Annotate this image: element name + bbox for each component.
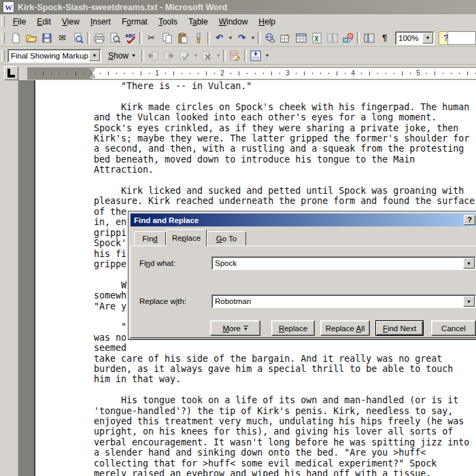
redo-icon[interactable]: ↷ [234, 31, 250, 46]
display-for-review-value: Final Showing Markup [11, 52, 88, 60]
find-what-dropdown-icon[interactable]: ▼ [463, 258, 475, 269]
print-preview-icon[interactable] [107, 31, 122, 46]
next-change-icon[interactable] [161, 48, 177, 63]
new-document-icon[interactable] [7, 31, 23, 46]
show-menu-dropdown-icon: ▼ [131, 53, 136, 58]
reject-change-icon[interactable] [199, 48, 215, 63]
search-icon[interactable] [70, 31, 86, 46]
format-painter-icon[interactable] [190, 31, 206, 46]
menu-tools[interactable]: Tools [153, 15, 183, 29]
save-icon[interactable] [39, 31, 54, 46]
ruler-number: 1 [153, 69, 161, 78]
reject-change-dropdown-icon[interactable]: ▼ [215, 48, 222, 63]
reviewing-toolbar-grip[interactable] [1, 50, 5, 61]
find-and-replace-dialog: Find and Replace ? Find Replace Go To Fi… [128, 211, 476, 340]
reviewing-pane-dropdown-icon[interactable]: ▼ [264, 48, 271, 63]
paste-icon[interactable] [175, 31, 190, 46]
horizontal-ruler[interactable]: 1 2 3 4 5 [27, 67, 476, 80]
first-line-indent-marker[interactable] [88, 68, 95, 72]
display-for-review-dropdown-icon[interactable]: ▼ [89, 50, 100, 61]
menu-bar: File Edit View Insert Format Tools Table… [0, 14, 476, 29]
toolbar-separator [87, 32, 90, 44]
word-window: W Kirk-Spock-Slash-sweetdreams.txt - Mic… [0, 0, 476, 476]
menu-insert[interactable]: Insert [85, 15, 116, 29]
undo-icon[interactable]: ↶ [211, 31, 227, 46]
menu-help[interactable]: Help [253, 15, 281, 29]
document-map-icon[interactable] [361, 31, 377, 46]
toolbar-separator [141, 50, 144, 62]
standard-toolbar-grip[interactable] [1, 33, 5, 44]
insert-excel-worksheet-icon[interactable]: X [309, 31, 324, 46]
dialog-help-button[interactable]: ? [464, 215, 475, 225]
accept-change-dropdown-icon[interactable]: ▼ [192, 48, 199, 63]
email-icon[interactable]: ✉ [54, 31, 70, 46]
menu-edit[interactable]: Edit [31, 15, 56, 29]
display-for-review-combobox[interactable]: Final Showing Markup ▼ [7, 49, 101, 63]
standard-toolbar: ✉ ABC ✂ ↶ ▼ ↷ ▼ X ¶ 100% ▼ ? ▼ [0, 29, 476, 47]
word-app-icon[interactable]: W [3, 1, 14, 13]
svg-text:X: X [314, 35, 319, 43]
replace-button[interactable]: Replace [271, 320, 315, 336]
menu-file[interactable]: File [7, 15, 31, 29]
zoom-value: 100% [398, 34, 418, 42]
zoom-dropdown-icon[interactable]: ▼ [422, 33, 433, 44]
left-gutter [0, 80, 18, 476]
accept-change-icon[interactable] [177, 48, 192, 63]
menu-view[interactable]: View [56, 15, 85, 29]
find-what-combobox[interactable]: Spock ▼ [211, 256, 476, 270]
undo-dropdown-icon[interactable]: ▼ [227, 31, 234, 46]
find-what-value: Spock [215, 259, 237, 267]
print-icon[interactable] [91, 31, 107, 46]
more-button[interactable]: More ▼ [210, 320, 260, 336]
tab-replace[interactable]: Replace [166, 229, 207, 246]
reviewing-pane-icon[interactable] [248, 48, 264, 63]
previous-change-icon[interactable] [146, 48, 161, 63]
find-what-label: Find what: [139, 259, 175, 267]
tab-find[interactable]: Find [134, 231, 166, 245]
drawing-icon[interactable] [340, 31, 356, 46]
ruler-number: 5 [414, 69, 422, 78]
left-tab-icon [7, 69, 15, 78]
menu-table[interactable]: Table [183, 15, 214, 29]
replace-with-label: Replace with: [139, 297, 186, 305]
zoom-combobox[interactable]: 100% ▼ [395, 31, 435, 45]
toolbar-separator [139, 32, 142, 44]
hanging-indent-marker[interactable] [88, 74, 95, 78]
menubar-grip[interactable] [1, 16, 5, 27]
toolbar-separator [357, 32, 360, 44]
toolbar-separator [244, 50, 247, 62]
window-titlebar[interactable]: W Kirk-Spock-Slash-sweetdreams.txt - Mic… [0, 0, 476, 14]
menu-window[interactable]: Window [214, 15, 254, 29]
more-expand-icon: ▼ [243, 326, 248, 332]
ruler-number: 3 [284, 69, 292, 78]
replace-with-combobox[interactable]: Robotman ▼ [211, 294, 476, 308]
columns-icon[interactable] [324, 31, 340, 46]
ruler-number: 2 [218, 69, 226, 78]
ruler-number: 4 [349, 69, 357, 78]
tables-and-borders-icon[interactable] [277, 31, 293, 46]
find-next-button[interactable]: Find Next [375, 320, 424, 336]
show-menu-button[interactable]: Show ▼ [104, 48, 140, 63]
insert-hyperlink-icon[interactable] [262, 31, 277, 46]
show-hide-marks-icon[interactable]: ¶ [377, 31, 392, 46]
track-changes-icon[interactable] [227, 48, 243, 63]
spelling-grammar-icon[interactable]: ABC [122, 31, 138, 46]
menu-format[interactable]: Format [116, 15, 153, 29]
reviewing-toolbar: Final Showing Markup ▼ Show ▼ ▼ ▼ ▼ [0, 47, 476, 65]
ask-a-question-input[interactable] [447, 31, 476, 45]
dialog-titlebar[interactable]: Find and Replace [131, 214, 476, 226]
toolbar-separator [258, 32, 260, 44]
tab-selector-button[interactable] [4, 66, 18, 80]
cut-icon[interactable]: ✂ [143, 31, 159, 46]
copy-icon[interactable] [159, 31, 175, 46]
dialog-title: Find and Replace [134, 216, 199, 224]
window-title: Kirk-Spock-Slash-sweetdreams.txt - Micro… [18, 3, 227, 12]
insert-table-icon[interactable] [293, 31, 309, 46]
replace-with-dropdown-icon[interactable]: ▼ [463, 296, 475, 307]
replace-with-value: Robotman [215, 297, 251, 305]
open-folder-icon[interactable] [23, 31, 39, 46]
tab-go-to[interactable]: Go To [207, 231, 246, 245]
cancel-button[interactable]: Cancel [431, 320, 476, 336]
redo-dropdown-icon[interactable]: ▼ [250, 31, 256, 46]
replace-all-button[interactable]: Replace All [320, 320, 370, 336]
